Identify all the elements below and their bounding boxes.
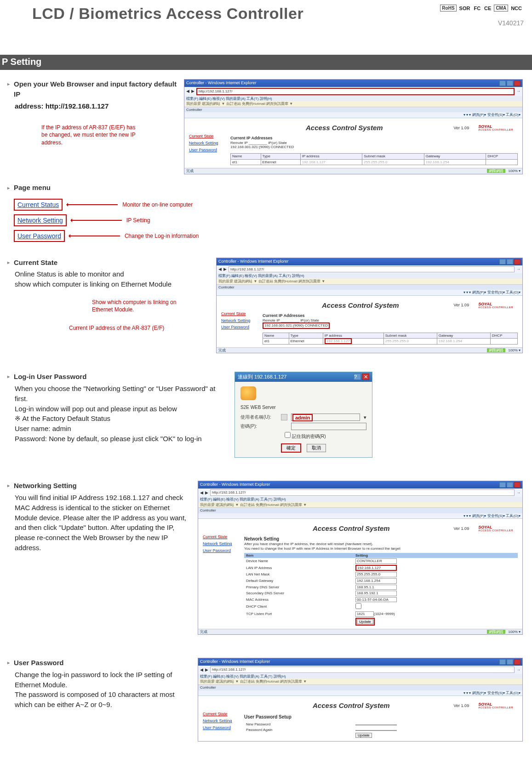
compliance-logos: RoHS SOR FC CE CMA NCC xyxy=(440,5,523,12)
current-state-heading: Current State xyxy=(14,258,212,268)
system-title: Access Control System xyxy=(235,124,454,132)
arrow-icon xyxy=(69,236,120,236)
table-row: Device NameCONTROLLER xyxy=(244,558,518,564)
cma-logo: CMA xyxy=(494,5,508,12)
password-again-label: Password Again xyxy=(244,727,354,733)
tcp-port-input[interactable]: 1621 xyxy=(355,611,374,617)
arrow-icon xyxy=(71,220,122,221)
section-heading: P Setting xyxy=(0,55,532,70)
favorites-bar: 我的最愛 建議的網站 ▼ 自訂連結 免費的Hotmail 網頁快訊圖庫 ▼ xyxy=(184,101,522,107)
login-heading: Log-in User Password xyxy=(14,372,226,382)
table-row: Secondary DNS Server168.95.192.1 xyxy=(244,590,518,597)
back-icon: ◀ xyxy=(186,89,189,94)
menu-desc-user-password: Change the Log-in information xyxy=(125,233,199,239)
menu-network-setting[interactable]: Network Setting xyxy=(17,217,63,224)
ce-logo: CE xyxy=(483,6,492,11)
fcc-logo: FC xyxy=(473,6,481,11)
netmask-input[interactable]: 255.255.255.0 xyxy=(355,572,397,577)
cancel-button[interactable]: 取消 xyxy=(307,444,326,452)
ns-title: Network Setting xyxy=(244,536,518,542)
table-row: MAC Address00-13-57-04-06-DA xyxy=(244,597,518,603)
dns2-input[interactable]: 168.95.192.1 xyxy=(355,591,397,596)
update-password-button[interactable]: Update xyxy=(355,733,372,738)
step1-address: address: http://192.168.1.127 xyxy=(14,101,180,111)
network-settings-table: ItemSetting Device NameCONTROLLER LAN IP… xyxy=(244,553,518,626)
new-password-label: New Password xyxy=(244,722,354,727)
device-name-input[interactable]: CONTROLLER xyxy=(355,558,397,564)
userpass-heading: User Password xyxy=(14,658,194,668)
table-row: Default Gateway192.168.1.254 xyxy=(244,578,518,584)
current-state-line2: show which computer is linking on Ethern… xyxy=(14,279,212,289)
login-dialog: 連線到 192.168.1.127 ?✕ S2E WEB Server 使用者名… xyxy=(235,372,372,458)
link-network-setting[interactable]: Network Setting xyxy=(189,141,230,146)
firmware-version: Ver 1.09 xyxy=(454,126,469,131)
new-password-input[interactable] xyxy=(355,724,397,725)
user-icon xyxy=(281,414,287,420)
login-dialog-title: 連線到 192.168.1.127 xyxy=(238,374,286,380)
dropdown-icon[interactable]: ▾ xyxy=(364,414,366,420)
doc-version: V140217 xyxy=(498,19,524,27)
username-input[interactable]: admin xyxy=(291,414,360,421)
lan-ip-input[interactable]: 192.168.1.127 xyxy=(355,565,397,571)
rohs-logo: RoHS xyxy=(440,5,456,12)
password-again-input[interactable] xyxy=(355,730,397,731)
login-l1: When you choose the "Networking Setting"… xyxy=(14,384,226,404)
login-l3: ※ At the Factory Default Status xyxy=(14,414,226,424)
password-label: 密碼(P): xyxy=(240,423,277,430)
tab: Controller xyxy=(184,107,522,113)
login-l5: Password: None by default, so please jus… xyxy=(14,434,226,444)
table-row: Primary DNS Server168.95.1.1 xyxy=(244,584,518,591)
table-row: LAN IP Address192.168.1.127 xyxy=(244,564,518,572)
go-icon: → xyxy=(516,89,521,94)
menu-user-password[interactable]: User Password xyxy=(17,232,61,240)
browser-screenshot-3: Controller - Windows Internet Explorer ◀… xyxy=(198,481,523,635)
dns1-input[interactable]: 168.95.1.1 xyxy=(355,585,397,590)
ok-button[interactable]: 確定 xyxy=(281,443,301,453)
ip-table: NameTypeIP addressSubnet maskGatewayDHCP… xyxy=(230,153,518,165)
browser-menu: 檔案(F) 編輯(E) 檢視(V) 我的最愛(A) 工具(T) 說明(H) xyxy=(184,96,522,102)
gateway-input[interactable]: 192.168.1.254 xyxy=(355,578,397,584)
ip-highlight: 192.168.1.127 xyxy=(325,338,352,344)
netset-heading: Networking Setting xyxy=(14,481,194,491)
page-title: LCD / Biometrics Access Controller xyxy=(32,5,303,23)
tool-strip: ▾ ▾ ▾ 網頁(P)▾ 安全性(S)▾ 工具(O)▾ xyxy=(184,112,522,118)
browser-screenshot-1: Controller - Windows Internet Explorer ◀… xyxy=(184,79,523,174)
ns-note1: After you have changed the IP address, t… xyxy=(244,542,518,546)
remember-label: 記住我的密碼(R) xyxy=(292,434,326,439)
table-row: DHCP Client xyxy=(244,603,518,611)
login-l4: User name: admin xyxy=(14,424,226,434)
url-field[interactable]: http://192.168.1.127/ xyxy=(196,88,515,95)
window-controls xyxy=(499,80,521,86)
admin-value: admin xyxy=(292,414,313,421)
update-button[interactable]: Update xyxy=(357,619,373,624)
step1-heading: Open your Web Browser and input factory … xyxy=(14,79,180,99)
table-row: LAN Net Mask255.255.255.0 xyxy=(244,571,518,578)
remember-checkbox[interactable] xyxy=(285,432,291,438)
current-ip-note: Current IP address of the AR-837 (E/F) xyxy=(69,324,212,332)
linking-note: Show which computer is linking on Ethern… xyxy=(92,299,179,313)
link-current-state[interactable]: Current State xyxy=(189,134,230,139)
ncc-logo: NCC xyxy=(510,6,523,11)
ip-changed-note: If the IP address of AR-837 (E/EF) has b… xyxy=(41,124,143,146)
menu-desc-network-setting: IP Setting xyxy=(126,217,150,224)
up-section-title: User Password Setup xyxy=(244,714,518,720)
zone-label: 網際網路 xyxy=(487,169,505,173)
userpass-l1: Change the log-in password to lock the I… xyxy=(14,670,194,690)
browser-screenshot-4: Controller - Windows Internet Explorer ◀… xyxy=(198,658,523,742)
zoom-label: 100% ▾ xyxy=(508,169,521,173)
sor-logo: SOR xyxy=(458,6,471,11)
link-user-password[interactable]: User Password xyxy=(189,148,230,153)
status-text: 完成 xyxy=(186,169,194,173)
password-input[interactable] xyxy=(291,423,366,430)
dhcp-checkbox[interactable] xyxy=(355,603,361,609)
brand-subtitle: ACCESS CONTROLLER xyxy=(478,128,513,132)
table-row: TCP Listen Port1621(1024~9999) xyxy=(244,611,518,617)
page-menu-heading: Page menu xyxy=(14,184,523,191)
username-label: 使用者名稱(U): xyxy=(240,414,277,420)
remote-ip-line: Remote IP _________ IP(or) State xyxy=(230,141,518,145)
login-l2: Log-in window will pop out and please in… xyxy=(14,404,226,414)
connection-line: 192.168.001.021:(9090) CONNECTED xyxy=(230,145,518,150)
menu-current-status[interactable]: Current Status xyxy=(17,201,59,208)
mac-input[interactable]: 00-13-57-04-06-DA xyxy=(355,597,397,603)
current-state-line1: Online Status is able to monitor and xyxy=(14,269,212,279)
